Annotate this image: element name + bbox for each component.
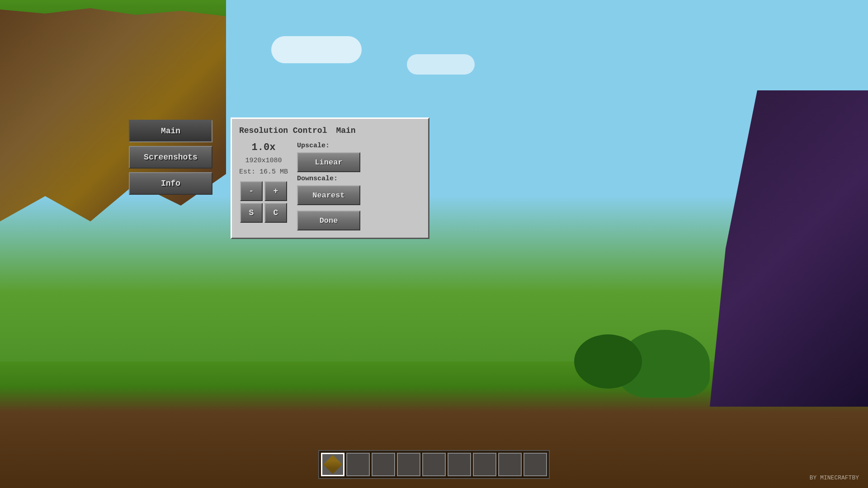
resolution-controls: - + S C	[240, 181, 287, 223]
sidebar-btn-main[interactable]: Main	[129, 120, 212, 142]
dialog-title: Resolution Control	[239, 126, 327, 135]
resolution-dimensions: 868x488	[245, 157, 282, 164]
increase-button[interactable]: +	[264, 181, 287, 201]
set-button[interactable]: S	[240, 203, 263, 223]
watermark: BY MINECRAFTBY	[810, 474, 859, 481]
resolution-value: 1.0x	[252, 142, 276, 153]
hotbar-slot-8[interactable]	[524, 453, 547, 476]
sidebar-btn-screenshots[interactable]: Screenshots	[129, 146, 212, 169]
resolution-control-dialog: Resolution Control Main 1.0x 868x488 E…	[231, 117, 429, 239]
dialog-header: Resolution Control Main	[239, 126, 421, 135]
hotbar-slot-7[interactable]	[498, 453, 522, 476]
cloud-2	[407, 54, 475, 75]
downscale-nearest-button[interactable]: Nearest	[297, 185, 360, 205]
cancel-button[interactable]: C	[264, 203, 287, 223]
cloud-1	[271, 36, 362, 63]
downscale-label: Downscale:	[297, 175, 421, 183]
dialog-right-panel: Upscale: Linear Downscale: Nearest Done	[297, 142, 421, 230]
hotbar	[318, 450, 550, 479]
hotbar-slot-2[interactable]	[372, 453, 395, 476]
dialog-body: 1.0x 868x488 Est: 16.5 MB - + S C Upsc…	[239, 142, 421, 230]
hotbar-slot-6[interactable]	[473, 453, 496, 476]
hotbar-slot-5[interactable]	[448, 453, 471, 476]
sidebar: Main Screenshots Info	[129, 120, 212, 195]
stick-icon	[323, 455, 342, 474]
decrease-button[interactable]: -	[240, 181, 263, 201]
hotbar-slot-3[interactable]	[397, 453, 420, 476]
done-button[interactable]: Done	[297, 211, 360, 230]
upscale-label: Upscale:	[297, 142, 421, 150]
hotbar-slot-4[interactable]	[422, 453, 446, 476]
upscale-linear-button[interactable]: Linear	[297, 152, 360, 172]
bush-2	[574, 334, 642, 389]
dialog-left-panel: 1.0x 868x488 Est: 16.5 MB - + S C	[239, 142, 288, 230]
sidebar-btn-info[interactable]: Info	[129, 172, 212, 195]
dialog-section: Main	[336, 126, 355, 135]
resolution-estimate: Est: 16.5 MB	[239, 168, 288, 176]
hotbar-slot-1[interactable]	[346, 453, 370, 476]
hotbar-slot-0[interactable]	[321, 453, 344, 476]
